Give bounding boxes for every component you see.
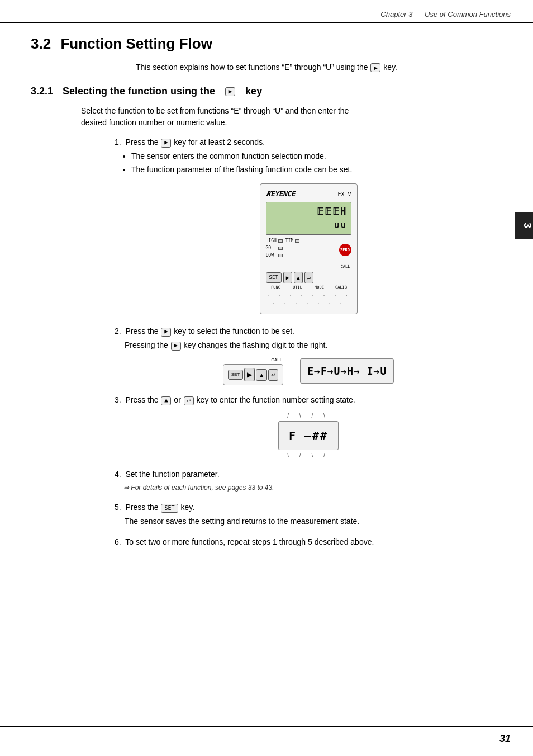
func-label: FUNC bbox=[266, 285, 286, 291]
bullet-1: The sensor enters the common function se… bbox=[131, 150, 502, 162]
subsection-title-text: Selecting the function using the bbox=[63, 86, 215, 97]
bottom-dots: · · · · · · · · · · · · · · · bbox=[266, 291, 351, 308]
step-6-label: 6. To set two or more functions, repeat … bbox=[115, 536, 502, 548]
seq-enter-btn: ↵ bbox=[268, 369, 278, 381]
keyence-indicators: HIGH TIM GO LOW bbox=[266, 238, 300, 259]
step-1-bullets: The sensor enters the common function se… bbox=[131, 150, 502, 176]
enter-btn: ↵ bbox=[304, 272, 313, 284]
low-indicator: LOW bbox=[266, 252, 300, 259]
sequence-buttons-block: CALL SET ▶ ▲ ↵ bbox=[223, 357, 283, 385]
page-footer: 31 bbox=[0, 726, 533, 745]
description-block: Select the function to be set from funct… bbox=[81, 105, 502, 548]
intro-text: This section explains how to set functio… bbox=[31, 63, 502, 72]
seq-set-btn: SET bbox=[228, 370, 244, 380]
set-key-icon: SET bbox=[161, 504, 178, 513]
step-2: 2. Press the ▶ key to select the functio… bbox=[115, 325, 502, 385]
keyence-device: 𝑲EYENCE EX-V 𝔼𝔼𝔼H ∪∪ HIGH bbox=[260, 183, 358, 314]
section-number: 3.2 bbox=[31, 35, 51, 52]
high-led bbox=[278, 239, 283, 243]
keyence-header: 𝑲EYENCE EX-V bbox=[266, 188, 351, 200]
go-led bbox=[278, 247, 283, 250]
seq-func-btn: ▶ bbox=[244, 368, 255, 381]
step-3-label: 3. Press the ▲ or ↵ key to enter the fun… bbox=[115, 394, 502, 406]
func-btn: ▶ bbox=[283, 272, 292, 284]
display-row-1: 𝔼𝔼𝔼H bbox=[317, 205, 347, 219]
device-image: 𝑲EYENCE EX-V 𝔼𝔼𝔼H ∪∪ HIGH bbox=[115, 183, 502, 314]
keyence-buttons: SET ▶ ▲ ↵ bbox=[266, 272, 351, 284]
up-btn: ▲ bbox=[294, 272, 303, 284]
function-display-wrapper: / \ / \ F –## \ / \ / bbox=[278, 412, 339, 460]
subsection-key-suffix: key bbox=[245, 86, 262, 97]
step2-key-icon: ▶ bbox=[161, 328, 171, 337]
step2-sub-key: ▶ bbox=[171, 342, 181, 351]
zero-button: ZERO bbox=[339, 244, 351, 256]
set-btn: SET bbox=[266, 272, 282, 284]
subsection-number: 3.2.1 bbox=[31, 86, 53, 97]
section-label: Use of Common Functions bbox=[425, 10, 511, 18]
keyence-button-labels: FUNC UTIL MODE CALIB bbox=[266, 285, 351, 291]
section-title: 3.2 Function Setting Flow bbox=[31, 35, 502, 53]
step-1-label: 1. Press the ▶ key for at least 2 second… bbox=[115, 136, 502, 148]
step3-up-key: ▲ bbox=[161, 396, 171, 405]
section-title-text: Function Setting Flow bbox=[60, 35, 212, 52]
step-1: 1. Press the ▶ key for at least 2 second… bbox=[115, 136, 502, 314]
function-display: F –## bbox=[278, 421, 339, 450]
util-label: UTIL bbox=[288, 285, 308, 291]
tim-led bbox=[295, 239, 299, 243]
chapter-label: Chapter 3 bbox=[380, 10, 412, 18]
main-content: 3.2 Function Setting Flow This section e… bbox=[0, 23, 533, 579]
function-display-container: / \ / \ F –## \ / \ / bbox=[115, 412, 502, 460]
step-3: 3. Press the ▲ or ↵ key to enter the fun… bbox=[115, 394, 502, 460]
page-number: 31 bbox=[499, 733, 511, 745]
step-2-label: 2. Press the ▶ key to select the functio… bbox=[115, 325, 502, 337]
go-indicator: GO bbox=[266, 245, 300, 252]
calib-label: CALIB bbox=[331, 285, 351, 291]
call-small-label: CALL bbox=[223, 357, 282, 363]
step-5: 5. Press the SET key. The sensor saves t… bbox=[115, 502, 502, 527]
low-led bbox=[278, 254, 283, 257]
step-4: 4. Set the function parameter. For detai… bbox=[115, 469, 502, 493]
steps-list: 1. Press the ▶ key for at least 2 second… bbox=[115, 136, 502, 548]
sequence-buttons: SET ▶ ▲ ↵ bbox=[223, 364, 283, 385]
sequence-display: E→F→U→H→ I→U bbox=[300, 358, 394, 384]
seq-up-btn: ▲ bbox=[256, 369, 267, 381]
step-2-sub: Pressing the ▶ key changes the flashing … bbox=[125, 339, 502, 351]
tick-top: / \ / \ bbox=[278, 412, 339, 420]
step3-enter-key: ↵ bbox=[184, 396, 194, 405]
keyence-logo: 𝑲EYENCE bbox=[266, 188, 295, 200]
call-label: CALL bbox=[266, 264, 351, 270]
high-indicator: HIGH TIM bbox=[266, 238, 300, 244]
step1-key-icon: ▶ bbox=[161, 139, 171, 148]
sequence-container: CALL SET ▶ ▲ ↵ E→F→U→H→ I→U bbox=[115, 357, 502, 385]
subsection-key-icon: ▶ bbox=[225, 87, 235, 96]
right-key-icon: ▶ bbox=[370, 63, 380, 72]
bullet-2: The function parameter of the flashing f… bbox=[131, 164, 502, 176]
display-row-2: ∪∪ bbox=[334, 219, 347, 232]
step-4-label: 4. Set the function parameter. bbox=[115, 469, 502, 480]
keyence-display: 𝔼𝔼𝔼H ∪∪ bbox=[266, 202, 351, 235]
description-text: Select the function to be set from funct… bbox=[81, 105, 502, 129]
page-header: Chapter 3 Use of Common Functions bbox=[0, 0, 533, 23]
mode-label: MODE bbox=[310, 285, 330, 291]
step-4-note: For details of each function, see pages … bbox=[123, 483, 502, 493]
keyence-model: EX-V bbox=[337, 190, 351, 199]
step-6: 6. To set two or more functions, repeat … bbox=[115, 536, 502, 548]
subsection-title: 3.2.1 Selecting the function using the ▶… bbox=[31, 86, 502, 97]
chapter-tab: 3 bbox=[515, 212, 533, 239]
tick-bottom: \ / \ / bbox=[278, 451, 339, 460]
header-text: Chapter 3 Use of Common Functions bbox=[380, 10, 511, 18]
step-5-label: 5. Press the SET key. bbox=[115, 502, 502, 513]
step-5-sub: The sensor saves the setting and returns… bbox=[125, 516, 502, 527]
